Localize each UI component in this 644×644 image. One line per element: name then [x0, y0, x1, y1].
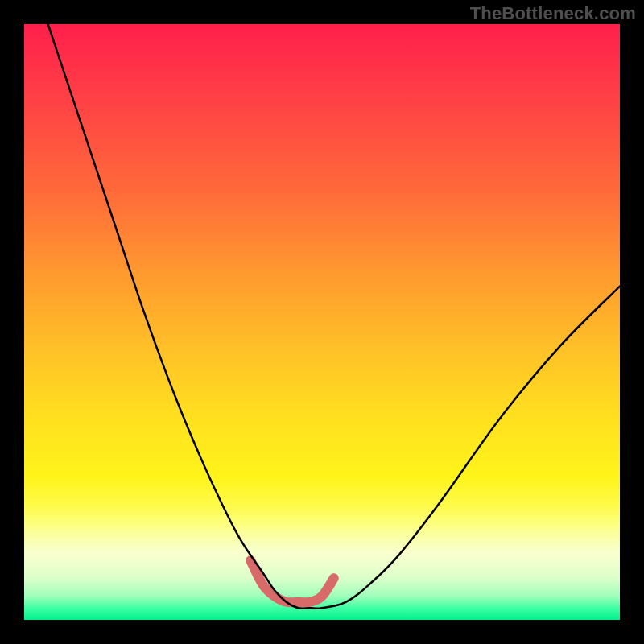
chart-frame: TheBottleneck.com [0, 0, 644, 644]
plot-area [24, 24, 620, 620]
curve-svg [24, 24, 620, 620]
watermark-text: TheBottleneck.com [470, 3, 636, 24]
bottleneck-curve-path [48, 24, 620, 609]
highlight-region-path [250, 560, 334, 602]
